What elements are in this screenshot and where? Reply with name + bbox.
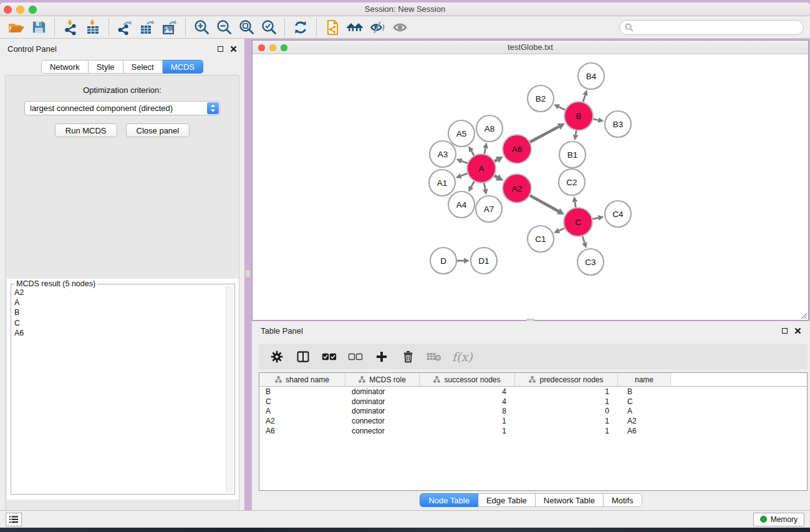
result-scrollbar[interactable] [226, 286, 233, 493]
new-network-button[interactable] [321, 18, 344, 37]
cell-shared-name[interactable]: B [259, 387, 345, 396]
edge-A-A3[interactable] [461, 161, 468, 163]
cell-successor-nodes[interactable]: 4 [420, 387, 515, 396]
float-table-panel-icon[interactable] [782, 328, 788, 334]
tab-style[interactable]: Style [89, 60, 123, 74]
edge-B-B1[interactable] [576, 130, 576, 135]
result-item-a6[interactable]: A6 [12, 328, 226, 338]
cell-predecessor-nodes[interactable]: 0 [515, 407, 618, 415]
search-input[interactable] [619, 20, 804, 35]
zoom-fit-button[interactable] [235, 18, 258, 37]
cell-mcds-role[interactable]: dominator [345, 407, 420, 415]
result-item-a[interactable]: A [12, 297, 226, 307]
edge-A-A7[interactable] [484, 183, 485, 190]
function-builder-button[interactable]: f(x) [452, 350, 473, 364]
export-table-button[interactable] [136, 18, 158, 37]
cell-predecessor-nodes[interactable]: 1 [515, 427, 618, 435]
tab-network[interactable]: Network [41, 60, 89, 74]
column-header-name[interactable]: name [618, 373, 671, 386]
save-session-button[interactable] [27, 18, 50, 37]
edge-C-C2[interactable] [575, 202, 576, 208]
cell-successor-nodes[interactable]: 1 [420, 417, 515, 425]
edge-C-C3[interactable] [582, 236, 585, 243]
zoom-in-button[interactable] [190, 18, 213, 37]
edge-A-A8[interactable] [485, 148, 486, 154]
edge-A-A4[interactable] [471, 181, 474, 187]
result-item-a2[interactable]: A2 [12, 288, 226, 297]
minimize-network-button[interactable] [269, 44, 276, 51]
run-mcds-button[interactable]: Run MCDS [55, 123, 117, 137]
cell-mcds-role[interactable]: dominator [345, 387, 420, 396]
cell-successor-nodes[interactable]: 4 [420, 397, 515, 406]
cell-successor-nodes[interactable]: 1 [420, 427, 515, 435]
tab-network-table[interactable]: Network Table [536, 493, 604, 507]
close-panel-button[interactable]: Close panel [126, 123, 190, 137]
column-header-shared-name[interactable]: shared name [259, 373, 345, 386]
cell-predecessor-nodes[interactable]: 1 [515, 417, 618, 425]
tab-edge-table[interactable]: Edge Table [478, 493, 536, 507]
import-network-button[interactable] [59, 18, 82, 37]
edge-A6-B[interactable] [529, 127, 559, 142]
select-all-button[interactable] [321, 349, 337, 365]
cell-successor-nodes[interactable]: 8 [420, 407, 515, 415]
criterion-select[interactable]: largest connected component (directed) [24, 101, 220, 115]
cell-predecessor-nodes[interactable]: 1 [515, 387, 618, 396]
zoom-network-button[interactable] [281, 44, 287, 51]
vertical-splitter-grip[interactable] [245, 269, 251, 278]
cell-name[interactable]: A2 [618, 417, 671, 425]
edge-A2-C[interactable] [529, 195, 558, 211]
cell-shared-name[interactable]: C [259, 397, 345, 406]
close-table-panel-icon[interactable] [794, 327, 801, 334]
task-history-button[interactable] [6, 513, 22, 526]
edge-A-A5[interactable] [471, 151, 475, 156]
mcds-result-list[interactable]: A2ABCA6 [12, 288, 226, 338]
hide-selected-button[interactable] [366, 18, 388, 37]
cell-name[interactable]: B [618, 387, 671, 396]
float-panel-icon[interactable] [218, 46, 223, 52]
create-column-button[interactable] [374, 349, 390, 365]
tab-select[interactable]: Select [123, 60, 163, 74]
cell-shared-name[interactable]: A6 [259, 427, 345, 435]
column-header-successor-nodes[interactable]: successor nodes [420, 373, 515, 386]
zoom-selected-button[interactable] [258, 18, 280, 37]
result-item-b[interactable]: B [12, 307, 226, 317]
column-header-mcds-role[interactable]: MCDS role [345, 373, 420, 386]
cell-name[interactable]: A [618, 407, 671, 415]
window-resize-grip[interactable] [800, 312, 808, 319]
minimize-window-button[interactable] [16, 6, 24, 14]
deselect-all-button[interactable] [347, 349, 364, 365]
close-panel-icon[interactable] [230, 46, 237, 52]
tab-node-table[interactable]: Node Table [420, 493, 478, 507]
cell-mcds-role[interactable]: connector [345, 417, 420, 425]
tab-mcds[interactable]: MCDS [163, 60, 203, 74]
cell-shared-name[interactable]: A2 [259, 417, 345, 425]
edge-B-B4[interactable] [583, 95, 586, 103]
open-session-button[interactable] [5, 18, 27, 37]
table-settings-button[interactable] [269, 349, 285, 365]
memory-button[interactable]: Memory [753, 513, 804, 526]
cell-name[interactable]: A6 [618, 427, 671, 435]
close-window-button[interactable] [4, 6, 12, 14]
delete-column-button[interactable] [400, 349, 416, 365]
zoom-window-button[interactable] [29, 6, 37, 14]
edge-B-B2[interactable] [559, 107, 566, 110]
edge-B-B3[interactable] [593, 119, 599, 120]
zoom-out-button[interactable] [213, 18, 235, 37]
edge-C-C4[interactable] [592, 218, 599, 219]
import-table-button[interactable] [82, 18, 104, 37]
edge-C-C1[interactable] [559, 228, 565, 230]
refresh-layout-button[interactable] [289, 18, 312, 37]
toggle-panes-button[interactable] [295, 349, 311, 365]
cell-predecessor-nodes[interactable]: 1 [515, 397, 618, 406]
cell-mcds-role[interactable]: connector [345, 427, 420, 435]
tab-motifs[interactable]: Motifs [604, 493, 642, 507]
edge-A-A1[interactable] [461, 173, 468, 176]
cell-shared-name[interactable]: A [259, 407, 345, 415]
network-canvas[interactable]: B4B2BB3A8A5A6A3B1AA1C2A2A4A7C4CC1DD1C3 [253, 55, 808, 320]
first-neighbors-button[interactable] [344, 18, 366, 37]
close-network-button[interactable] [258, 44, 265, 51]
export-image-button[interactable] [158, 18, 181, 37]
column-header-predecessor-nodes[interactable]: predecessor nodes [515, 373, 618, 386]
delete-table-button[interactable] [426, 349, 442, 365]
show-all-button[interactable] [388, 18, 411, 37]
